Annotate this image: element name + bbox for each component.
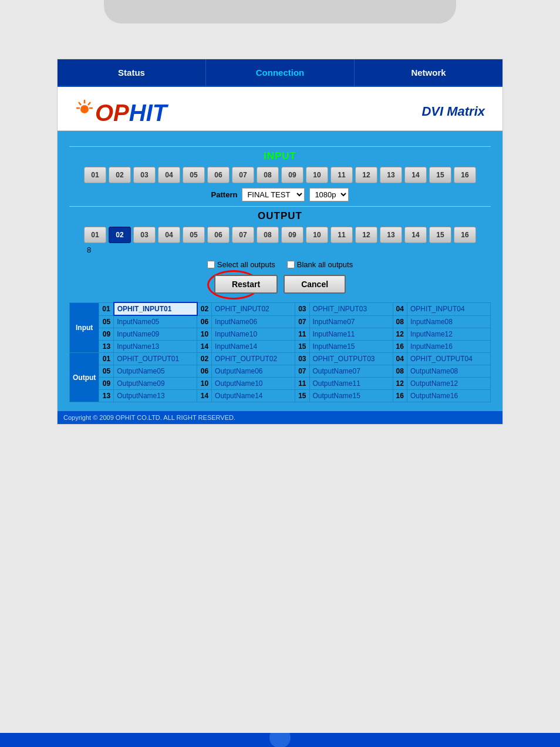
output-btn-03[interactable]: 03 bbox=[133, 227, 156, 243]
pattern-select[interactable]: FINAL TEST COLOR BAR GRID bbox=[242, 188, 305, 201]
input-btn-08[interactable]: 08 bbox=[257, 167, 279, 183]
input-name-07[interactable]: InputName07 bbox=[309, 315, 393, 328]
input-name-08[interactable]: InputName08 bbox=[407, 315, 490, 328]
nav-connection[interactable]: Connection bbox=[206, 59, 355, 86]
output-name-07[interactable]: OutputName07 bbox=[309, 365, 393, 378]
header-area: OP H IT DVI Matrix bbox=[58, 87, 502, 131]
output-sub-number: 8 bbox=[87, 245, 491, 254]
output-name-08[interactable]: OutputName08 bbox=[407, 365, 490, 378]
input-btn-03[interactable]: 03 bbox=[133, 167, 156, 183]
output-btn-09[interactable]: 09 bbox=[281, 227, 303, 243]
output-btn-04[interactable]: 04 bbox=[158, 227, 180, 243]
footer: Copyright © 2009 OPHIT CO.LTD. ALL RIGHT… bbox=[58, 411, 502, 424]
svg-line-1 bbox=[88, 102, 90, 105]
product-name: DVI Matrix bbox=[421, 104, 485, 119]
table-row: Input 01 OPHIT_INPUT01 02 OPHIT_INPUT02 … bbox=[70, 302, 491, 315]
name-table: Input 01 OPHIT_INPUT01 02 OPHIT_INPUT02 … bbox=[69, 302, 491, 402]
input-btn-12[interactable]: 12 bbox=[355, 167, 377, 183]
action-row: Restart Cancel bbox=[69, 275, 491, 294]
select-all-checkbox[interactable] bbox=[207, 261, 215, 268]
select-all-label[interactable]: Select all outputs bbox=[207, 260, 275, 269]
input-name-03[interactable]: OPHIT_INPUT03 bbox=[309, 302, 393, 315]
input-row-header: Input bbox=[70, 302, 99, 353]
output-btn-01[interactable]: 01 bbox=[84, 227, 106, 243]
input-btn-16[interactable]: 16 bbox=[454, 167, 476, 183]
output-name-15[interactable]: OutputName15 bbox=[309, 390, 393, 402]
output-btn-07[interactable]: 07 bbox=[232, 227, 254, 243]
input-name-05[interactable]: InputName05 bbox=[114, 315, 197, 328]
output-name-13[interactable]: OutputName13 bbox=[114, 390, 197, 402]
blank-all-label[interactable]: Blank all outputs bbox=[287, 260, 353, 269]
output-name-14[interactable]: OutputName14 bbox=[212, 390, 295, 402]
output-name-04[interactable]: OPHIT_OUTPUT04 bbox=[407, 353, 490, 365]
input-btn-09[interactable]: 09 bbox=[281, 167, 303, 183]
input-label: INPUT bbox=[69, 150, 491, 162]
input-btn-02[interactable]: 02 bbox=[109, 167, 131, 183]
input-name-02[interactable]: OPHIT_INPUT02 bbox=[212, 302, 295, 315]
output-name-16[interactable]: OutputName16 bbox=[407, 390, 490, 402]
output-btn-14[interactable]: 14 bbox=[404, 227, 427, 243]
cancel-button[interactable]: Cancel bbox=[284, 275, 346, 294]
output-btn-08[interactable]: 08 bbox=[257, 227, 279, 243]
output-name-06[interactable]: OutputName06 bbox=[212, 365, 295, 378]
table-row: 13 OutputName13 14 OutputName14 15 Outpu… bbox=[70, 390, 491, 402]
input-num-01: 01 bbox=[99, 302, 114, 315]
input-name-12[interactable]: InputName12 bbox=[407, 328, 490, 341]
output-btn-11[interactable]: 11 bbox=[330, 227, 353, 243]
output-name-12[interactable]: OutputName12 bbox=[407, 378, 490, 390]
output-btn-15[interactable]: 15 bbox=[429, 227, 451, 243]
input-btn-15[interactable]: 15 bbox=[429, 167, 451, 183]
blank-all-checkbox[interactable] bbox=[287, 261, 295, 268]
input-btn-05[interactable]: 05 bbox=[183, 167, 205, 183]
output-name-01[interactable]: OPHIT_OUTPUT01 bbox=[114, 353, 197, 365]
input-name-11[interactable]: InputName11 bbox=[309, 328, 393, 341]
resolution-select[interactable]: 1080p 720p 480p bbox=[309, 188, 349, 201]
output-btn-10[interactable]: 10 bbox=[306, 227, 328, 243]
input-btn-11[interactable]: 11 bbox=[330, 167, 353, 183]
main-container: Status Connection Network OP H IT DV bbox=[57, 59, 503, 425]
nav-status[interactable]: Status bbox=[58, 59, 206, 86]
content-area: INPUT 01 02 03 04 05 06 07 08 09 10 11 1… bbox=[58, 131, 502, 411]
bottom-bar-knob bbox=[269, 733, 291, 747]
input-name-09[interactable]: InputName09 bbox=[114, 328, 197, 341]
input-name-04[interactable]: OPHIT_INPUT04 bbox=[407, 302, 490, 315]
output-btn-06[interactable]: 06 bbox=[207, 227, 230, 243]
output-button-row: 01 02 03 04 05 06 07 08 09 10 11 12 13 1… bbox=[69, 227, 491, 243]
input-btn-07[interactable]: 07 bbox=[232, 167, 254, 183]
output-btn-13[interactable]: 13 bbox=[380, 227, 402, 243]
output-name-03[interactable]: OPHIT_OUTPUT03 bbox=[309, 353, 393, 365]
input-name-15[interactable]: InputName15 bbox=[309, 341, 393, 353]
input-btn-14[interactable]: 14 bbox=[404, 167, 427, 183]
input-name-16[interactable]: InputName16 bbox=[407, 341, 490, 353]
table-row: 05 OutputName05 06 OutputName06 07 Outpu… bbox=[70, 365, 491, 378]
input-name-14[interactable]: InputName14 bbox=[212, 341, 295, 353]
input-name-10[interactable]: InputName10 bbox=[212, 328, 295, 341]
table-row: 13 InputName13 14 InputName14 15 InputNa… bbox=[70, 341, 491, 353]
bottom-bar bbox=[0, 733, 560, 747]
table-row: 09 OutputName09 10 OutputName10 11 Outpu… bbox=[70, 378, 491, 390]
top-decorative-bar bbox=[104, 0, 456, 23]
input-name-06[interactable]: InputName06 bbox=[212, 315, 295, 328]
nav-network[interactable]: Network bbox=[355, 59, 502, 86]
input-button-row: 01 02 03 04 05 06 07 08 09 10 11 12 13 1… bbox=[69, 167, 491, 183]
svg-line-3 bbox=[79, 102, 81, 105]
input-btn-13[interactable]: 13 bbox=[380, 167, 402, 183]
output-name-10[interactable]: OutputName10 bbox=[212, 378, 295, 390]
output-name-09[interactable]: OutputName09 bbox=[114, 378, 197, 390]
output-name-02[interactable]: OPHIT_OUTPUT02 bbox=[212, 353, 295, 365]
restart-button[interactable]: Restart bbox=[214, 275, 278, 294]
input-btn-10[interactable]: 10 bbox=[306, 167, 328, 183]
input-btn-04[interactable]: 04 bbox=[158, 167, 180, 183]
input-btn-06[interactable]: 06 bbox=[207, 167, 230, 183]
output-name-05[interactable]: OutputName05 bbox=[114, 365, 197, 378]
output-row-header: Output bbox=[70, 353, 99, 402]
input-name-13[interactable]: InputName13 bbox=[114, 341, 197, 353]
input-name-01[interactable]: OPHIT_INPUT01 bbox=[114, 302, 197, 315]
output-btn-12[interactable]: 12 bbox=[355, 227, 377, 243]
output-btn-05[interactable]: 05 bbox=[183, 227, 205, 243]
output-btn-16[interactable]: 16 bbox=[454, 227, 476, 243]
output-btn-02[interactable]: 02 bbox=[109, 227, 131, 243]
logo: OP H IT bbox=[75, 99, 167, 124]
input-btn-01[interactable]: 01 bbox=[84, 167, 106, 183]
output-name-11[interactable]: OutputName11 bbox=[309, 378, 393, 390]
